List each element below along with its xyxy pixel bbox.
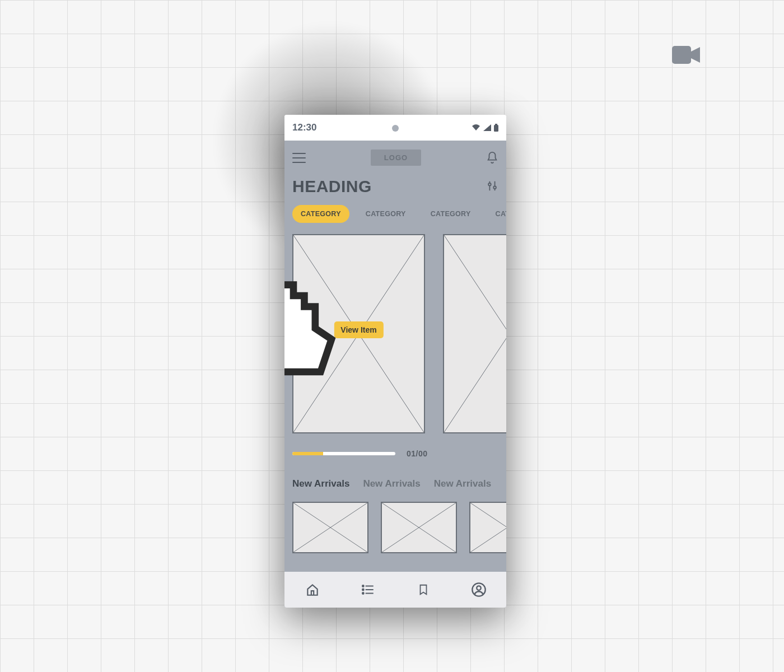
category-tab[interactable]: CATEGORY [357,205,414,223]
new-arrivals-thumbs [284,495,506,553]
bell-icon[interactable] [486,151,498,165]
menu-icon[interactable] [292,153,306,163]
svg-line-16 [470,503,506,552]
page-heading: HEADING [292,177,372,196]
svg-line-9 [444,235,506,432]
signal-icon [483,124,491,131]
app-body: LOGO HEADING CATEGORY CATEGORY CATEGORY … [284,141,506,608]
settings-sliders-icon[interactable] [486,180,498,193]
mobile-device-frame: 12:30 LOGO HEADING CATEGORY [284,115,506,608]
svg-line-10 [444,235,506,432]
svg-point-21 [362,592,364,594]
svg-point-4 [488,183,491,186]
video-camera-icon [672,45,700,65]
featured-carousel[interactable]: View Item [284,231,506,437]
category-tabs: CATEGORY CATEGORY CATEGORY CATEGORY [284,200,506,231]
image-placeholder-icon [444,235,506,432]
category-tab[interactable]: CATEGORY [422,205,479,223]
logo-placeholder: LOGO [371,150,421,166]
svg-rect-0 [672,46,691,64]
wifi-icon [472,124,480,131]
heading-row: HEADING [284,171,506,200]
svg-rect-1 [494,125,498,132]
progress-fill [292,452,323,455]
svg-rect-2 [495,124,497,125]
battery-icon [494,124,498,132]
progress-track [292,452,395,455]
camera-dot-icon [392,125,399,132]
status-bar: 12:30 [284,115,506,141]
home-icon[interactable] [304,581,321,598]
featured-card[interactable]: View Item [292,234,425,433]
profile-icon[interactable] [470,581,487,598]
status-time: 12:30 [292,122,316,133]
bookmark-icon[interactable] [415,581,432,598]
carousel-progress: 01/00 [284,437,506,464]
carousel-counter: 01/00 [407,449,428,458]
status-icons [472,124,498,132]
svg-point-17 [362,585,364,587]
new-arrivals-tab[interactable]: New Arrivals [363,478,420,489]
bottom-nav [284,572,506,608]
image-placeholder-icon [470,503,506,552]
product-thumb[interactable] [381,502,457,553]
svg-point-6 [493,186,496,189]
product-thumb[interactable] [292,502,368,553]
list-icon[interactable] [360,581,376,598]
new-arrivals-tab[interactable]: New Arrivals [434,478,491,489]
category-tab[interactable]: CATEGORY [487,205,506,223]
category-tab[interactable]: CATEGORY [292,205,349,223]
svg-point-19 [362,589,364,591]
new-arrivals-tab[interactable]: New Arrivals [292,478,349,489]
featured-card[interactable] [443,234,506,433]
svg-point-24 [477,586,480,590]
app-top-bar: LOGO [284,141,506,171]
image-placeholder-icon [293,503,367,552]
pointer-cursor-icon [284,235,359,432]
svg-line-15 [470,503,506,552]
image-placeholder-icon [382,503,456,552]
new-arrivals-tabs: New Arrivals New Arrivals New Arrivals [284,464,506,495]
product-thumb[interactable] [469,502,506,553]
